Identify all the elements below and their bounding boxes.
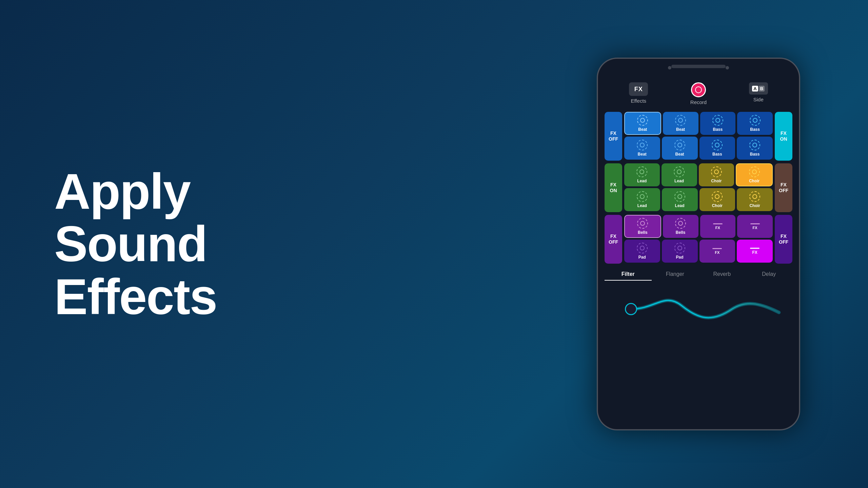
beat-bass-row: FX OFF Beat [605, 112, 792, 161]
fx-off-right-purple-btn[interactable]: FX OFF [775, 215, 792, 264]
pad-lead-2[interactable]: Lead [662, 163, 697, 186]
pad-bells-1-label: Bells [638, 230, 648, 235]
pad-beat-4[interactable]: Beat [662, 137, 698, 160]
off-text: OFF [779, 188, 788, 194]
fx-on-green-btn[interactable]: FX ON [605, 163, 622, 212]
tab-flanger[interactable]: Flanger [652, 268, 699, 281]
pad-lead-3-label: Lead [637, 203, 647, 208]
fx-on-cyan-btn[interactable]: FX ON [775, 112, 792, 161]
pad-pad-2-label: Pad [676, 255, 684, 260]
record-icon [691, 82, 706, 97]
pad-pad-1[interactable]: Pad [624, 240, 660, 263]
pad-fx-active-label: FX [752, 250, 757, 255]
lead-choir-row: FX ON Lead [605, 163, 792, 212]
phone-frame: FX Effects Record A B Side [597, 58, 800, 430]
fx-text: FX [781, 130, 787, 136]
pad-choir-2[interactable]: Choir [736, 163, 773, 186]
nav-record[interactable]: Record [690, 82, 707, 105]
fx-text: FX [781, 182, 787, 188]
wave-dot[interactable] [625, 303, 637, 315]
pad-beat-3[interactable]: Beat [624, 137, 660, 160]
pad-beat-4-label: Beat [675, 152, 684, 157]
tab-delay[interactable]: Delay [746, 268, 793, 281]
effects-label: Effects [631, 98, 646, 104]
pad-choir-1[interactable]: Choir [699, 163, 734, 186]
pad-bass-2[interactable]: Bass [737, 112, 773, 135]
phone-content: FX Effects Record A B Side [598, 82, 799, 333]
hero-section: ApplySoundEffects [0, 165, 556, 323]
ab-icon: A B [749, 82, 768, 95]
pad-pad-1-label: Pad [638, 255, 646, 260]
pad-lead-2-label: Lead [674, 179, 684, 183]
pad-choir-3[interactable]: Choir [699, 188, 735, 211]
filter-tabs: Filter Flanger Reverb Delay [605, 268, 792, 282]
pad-bass-1-label: Bass [713, 127, 723, 132]
record-label: Record [690, 99, 707, 105]
grid-sections: FX OFF Beat [605, 112, 792, 264]
off-text: OFF [779, 239, 788, 245]
phone-notch [671, 65, 726, 68]
tab-reverb[interactable]: Reverb [698, 268, 746, 281]
on-text: ON [610, 188, 617, 194]
pad-beat-2[interactable]: Beat [663, 112, 698, 135]
pad-beat-2-label: Beat [676, 127, 685, 132]
pad-lead-4-label: Lead [675, 203, 685, 208]
tab-filter[interactable]: Filter [605, 268, 652, 281]
letter-b: B [759, 86, 765, 92]
pad-bass-1[interactable]: Bass [700, 112, 736, 135]
letter-a: A [752, 86, 758, 92]
fx-off-purple-btn[interactable]: FX OFF [605, 215, 622, 264]
wave-area [605, 285, 792, 333]
pad-choir-2-label: Choir [749, 179, 760, 183]
nav-side[interactable]: A B Side [749, 82, 768, 105]
pad-bells-1[interactable]: Bells [624, 215, 661, 238]
phone-camera-right [726, 66, 729, 69]
pad-lead-3[interactable]: Lead [624, 188, 660, 211]
fx-icon: FX [629, 82, 648, 96]
pad-lead-1[interactable]: Lead [624, 163, 660, 186]
side-label: Side [753, 97, 764, 102]
pad-fx-active[interactable]: FX [737, 240, 773, 263]
phone-section: FX Effects Record A B Side [556, 58, 868, 430]
pad-choir-1-label: Choir [711, 179, 722, 183]
pad-fx-3[interactable]: FX [699, 240, 735, 263]
pad-bass-3-label: Bass [712, 152, 722, 157]
pad-lead-4[interactable]: Lead [662, 188, 698, 211]
pad-beat-1[interactable]: Beat [624, 112, 661, 135]
pad-fx-1[interactable]: FX [700, 215, 736, 238]
fx-text: FX [610, 182, 616, 188]
off-text: OFF [609, 136, 618, 142]
off-text: OFF [609, 239, 618, 245]
pad-bass-2-label: Bass [750, 127, 760, 132]
pad-choir-3-label: Choir [712, 203, 723, 208]
pad-lead-1-label: Lead [637, 179, 647, 183]
pad-bass-3[interactable]: Bass [699, 137, 735, 160]
fx-text: FX [781, 233, 787, 239]
fx-off-dark-btn[interactable]: FX OFF [775, 163, 792, 212]
pad-bells-2-label: Bells [676, 230, 686, 235]
pad-bells-2[interactable]: Bells [663, 215, 698, 238]
pad-choir-4[interactable]: Choir [737, 188, 773, 211]
pad-fx-1-label: FX [715, 226, 720, 230]
fx-text: FX [610, 130, 616, 136]
on-text: ON [780, 136, 787, 142]
pad-beat-3-label: Beat [638, 152, 647, 157]
fx-text: FX [610, 233, 616, 239]
hero-title: ApplySoundEffects [54, 165, 536, 323]
phone-camera-left [668, 66, 671, 69]
bells-pad-row: FX OFF Bells [605, 215, 792, 264]
pad-bass-4[interactable]: Bass [737, 137, 773, 160]
top-nav: FX Effects Record A B Side [605, 82, 792, 105]
pad-pad-2[interactable]: Pad [662, 240, 698, 263]
fx-off-blue-btn[interactable]: FX OFF [605, 112, 622, 161]
pad-bass-4-label: Bass [750, 152, 760, 157]
pad-fx-2[interactable]: FX [737, 215, 773, 238]
nav-effects[interactable]: FX Effects [629, 82, 648, 105]
pad-beat-1-label: Beat [638, 127, 647, 132]
pad-fx-3-label: FX [715, 250, 719, 255]
pad-choir-4-label: Choir [749, 203, 760, 208]
pad-fx-2-label: FX [753, 226, 757, 230]
